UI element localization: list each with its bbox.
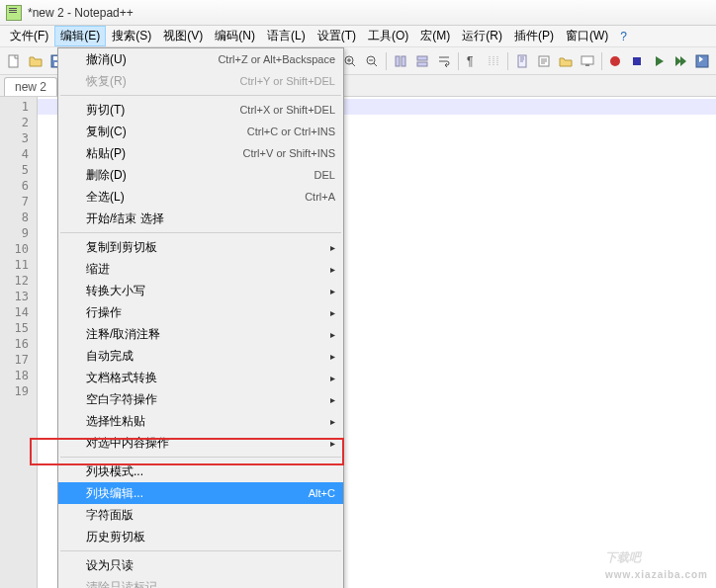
menu-select-all[interactable]: 全选(L)Ctrl+A: [58, 186, 343, 208]
line-number: 1: [0, 99, 37, 115]
svg-rect-27: [417, 56, 427, 60]
line-number: 4: [0, 146, 37, 162]
svg-rect-33: [585, 64, 589, 66]
line-number: 19: [0, 383, 37, 399]
menu-separator: [60, 550, 341, 551]
toolbar-separator: [601, 52, 602, 70]
menu-undo[interactable]: 撤消(U)Ctrl+Z or Alt+Backspace: [58, 48, 343, 70]
submenu-arrow-icon: ▸: [330, 264, 335, 275]
menu-blank-ops[interactable]: 空白字符操作▸: [58, 388, 343, 410]
menu-separator: [60, 232, 341, 233]
menu-view[interactable]: 视图(V): [157, 26, 209, 46]
svg-rect-36: [696, 55, 708, 67]
menu-run[interactable]: 运行(R): [456, 26, 508, 46]
line-number: 12: [0, 273, 37, 289]
submenu-arrow-icon: ▸: [330, 329, 335, 340]
file-tab[interactable]: new 2: [4, 77, 57, 96]
menu-paste-special[interactable]: 选择性粘贴▸: [58, 410, 343, 432]
menu-on-selection[interactable]: 对选中内容操作▸: [58, 432, 343, 454]
show-all-chars-icon[interactable]: ¶: [463, 50, 483, 72]
menu-convert-case[interactable]: 转换大小写▸: [58, 280, 343, 301]
line-number: 3: [0, 130, 37, 146]
stop-macro-icon[interactable]: [627, 50, 647, 72]
menu-set-readonly[interactable]: 设为只读: [58, 554, 343, 576]
menu-file[interactable]: 文件(F): [4, 26, 54, 46]
svg-rect-32: [582, 56, 593, 64]
menu-column-mode[interactable]: 列块模式...: [58, 461, 343, 482]
menu-copy-to-clipboard[interactable]: 复制到剪切板▸: [58, 236, 343, 258]
toolbar-separator: [458, 52, 459, 70]
edit-dropdown: 撤消(U)Ctrl+Z or Alt+Backspace 恢复(R)Ctrl+Y…: [57, 47, 344, 588]
menu-tools[interactable]: 工具(O): [362, 26, 414, 46]
line-number: 11: [0, 257, 37, 273]
submenu-arrow-icon: ▸: [330, 394, 335, 405]
svg-rect-26: [402, 56, 405, 66]
save-macro-icon[interactable]: [692, 50, 712, 72]
submenu-arrow-icon: ▸: [330, 286, 335, 296]
submenu-arrow-icon: ▸: [330, 242, 335, 253]
menu-column-editor[interactable]: 列块编辑...Alt+C: [58, 482, 343, 504]
submenu-arrow-icon: ▸: [330, 416, 335, 427]
line-number: 10: [0, 241, 37, 257]
menu-begin-end-select[interactable]: 开始/结束 选择: [58, 208, 343, 229]
submenu-arrow-icon: ▸: [330, 438, 335, 449]
play-macro-icon[interactable]: [649, 50, 669, 72]
indent-guide-icon[interactable]: [484, 50, 503, 72]
sync-h-icon[interactable]: [412, 50, 432, 72]
menu-copy[interactable]: 复制(C)Ctrl+C or Ctrl+INS: [58, 121, 343, 142]
menubar: 文件(F) 编辑(E) 搜索(S) 视图(V) 编码(N) 语言(L) 设置(T…: [0, 26, 716, 47]
menu-window[interactable]: 窗口(W): [560, 26, 614, 46]
line-number: 13: [0, 289, 37, 304]
menu-paste[interactable]: 粘贴(P)Ctrl+V or Shift+INS: [58, 142, 343, 164]
monitor-icon[interactable]: [578, 50, 597, 72]
menu-clear-readonly[interactable]: 清除只读标记: [58, 576, 343, 588]
folder-workspace-icon[interactable]: [556, 50, 576, 72]
line-number: 17: [0, 352, 37, 368]
play-multi-icon[interactable]: [671, 50, 690, 72]
menu-plugins[interactable]: 插件(P): [508, 26, 560, 46]
menu-line-ops[interactable]: 行操作▸: [58, 301, 343, 323]
menu-comment[interactable]: 注释/取消注释▸: [58, 323, 343, 345]
watermark-url: www.xiazaiba.com: [605, 569, 708, 580]
menu-separator: [60, 457, 341, 458]
line-number: 14: [0, 304, 37, 320]
svg-text:¶: ¶: [467, 54, 473, 68]
line-number: 8: [0, 210, 37, 225]
func-list-icon[interactable]: [534, 50, 554, 72]
menu-search[interactable]: 搜索(S): [106, 26, 157, 46]
menu-cut[interactable]: 剪切(T)Ctrl+X or Shift+DEL: [58, 99, 343, 121]
submenu-arrow-icon: ▸: [330, 351, 335, 362]
menu-auto-complete[interactable]: 自动完成▸: [58, 345, 343, 367]
line-number: 9: [0, 225, 37, 241]
sync-v-icon[interactable]: [391, 50, 410, 72]
line-number: 5: [0, 162, 37, 178]
toolbar-separator: [507, 52, 508, 70]
menu-edit[interactable]: 编辑(E): [54, 26, 106, 46]
menu-delete[interactable]: 删除(D)DEL: [58, 164, 343, 186]
open-file-icon[interactable]: [26, 50, 45, 72]
tab-label: new 2: [15, 80, 46, 94]
line-number: 16: [0, 336, 37, 352]
menu-indent[interactable]: 缩进▸: [58, 258, 343, 280]
menu-settings[interactable]: 设置(T): [312, 26, 362, 46]
menu-eol-conversion[interactable]: 文档格式转换▸: [58, 367, 343, 388]
toolbar-separator: [386, 52, 387, 70]
menu-clip-history[interactable]: 历史剪切板: [58, 526, 343, 547]
menu-help[interactable]: ?: [614, 28, 633, 45]
line-number: 7: [0, 194, 37, 210]
new-file-icon[interactable]: [4, 50, 24, 72]
menu-redo[interactable]: 恢复(R)Ctrl+Y or Shift+DEL: [58, 70, 343, 92]
record-macro-icon[interactable]: [606, 50, 626, 72]
svg-rect-25: [396, 56, 400, 66]
line-gutter: 12345678910111213141516171819: [0, 97, 38, 588]
wrap-icon[interactable]: [434, 50, 454, 72]
menu-macro[interactable]: 宏(M): [414, 26, 456, 46]
line-number: 6: [0, 178, 37, 194]
submenu-arrow-icon: ▸: [330, 373, 335, 383]
menu-language[interactable]: 语言(L): [261, 26, 312, 46]
menu-char-panel[interactable]: 字符面版: [58, 504, 343, 526]
menu-encoding[interactable]: 编码(N): [209, 26, 261, 46]
zoom-out-icon[interactable]: [362, 50, 382, 72]
svg-rect-28: [417, 62, 427, 66]
doc-map-icon[interactable]: [512, 50, 532, 72]
